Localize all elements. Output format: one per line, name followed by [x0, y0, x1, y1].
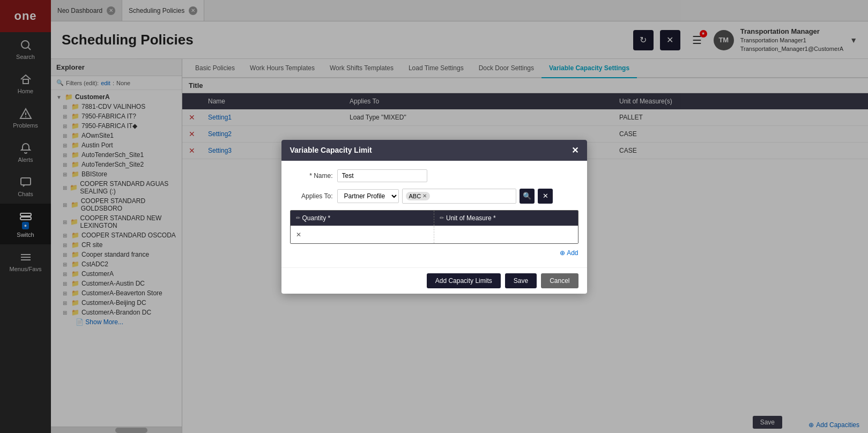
quantity-input[interactable] — [303, 229, 429, 241]
uom-input[interactable] — [440, 229, 573, 241]
capacity-cell-uom — [434, 226, 578, 243]
tag-container: ABC ✕ — [402, 189, 517, 204]
variable-capacity-modal: Variable Capacity Limit ✕ * Name: Applie… — [281, 140, 587, 294]
col-qty-header: ✏ Quantity * — [291, 211, 435, 226]
edit-icon-2: ✏ — [440, 215, 444, 221]
add-icon: ⊕ — [560, 249, 565, 257]
modal-close-button[interactable]: ✕ — [572, 145, 578, 155]
modal-header: Variable Capacity Limit ✕ — [281, 140, 587, 161]
modal-overlay: Variable Capacity Limit ✕ * Name: Applie… — [0, 0, 868, 433]
capacity-table-header: ✏ Quantity * ✏ Unit of Measure * — [291, 211, 578, 226]
name-label: * Name: — [290, 172, 333, 180]
applies-to-row: Applies To: Partner Profile ABC ✕ 🔍 ✕ — [290, 189, 578, 204]
modal-save-button[interactable]: Save — [505, 273, 537, 288]
capacity-cell-qty: ✕ — [291, 226, 435, 243]
remove-capacity-row[interactable]: ✕ — [296, 231, 301, 238]
tag-search-input[interactable] — [432, 192, 513, 200]
edit-icon: ✏ — [296, 215, 300, 221]
modal-body: * Name: Applies To: Partner Profile ABC … — [281, 161, 587, 267]
name-input[interactable] — [337, 169, 427, 182]
capacity-table-row: ✕ — [291, 226, 578, 243]
clear-tag-button[interactable]: ✕ — [538, 189, 553, 204]
modal-footer: Add Capacity Limits Save Cancel — [281, 267, 587, 294]
name-row: * Name: — [290, 169, 578, 182]
add-row-link[interactable]: ⊕ Add — [290, 249, 578, 257]
col-uom-header: ✏ Unit of Measure * — [434, 211, 578, 226]
search-tag-button[interactable]: 🔍 — [520, 189, 535, 204]
tag-abc: ABC ✕ — [406, 192, 431, 200]
applies-to-select[interactable]: Partner Profile — [337, 189, 399, 203]
applies-to-label: Applies To: — [290, 192, 333, 200]
capacity-table-wrap: ✏ Quantity * ✏ Unit of Measure * ✕ — [290, 210, 578, 244]
add-capacity-limits-button[interactable]: Add Capacity Limits — [427, 273, 501, 288]
modal-cancel-button[interactable]: Cancel — [541, 273, 578, 288]
tag-remove-abc[interactable]: ✕ — [422, 193, 427, 199]
